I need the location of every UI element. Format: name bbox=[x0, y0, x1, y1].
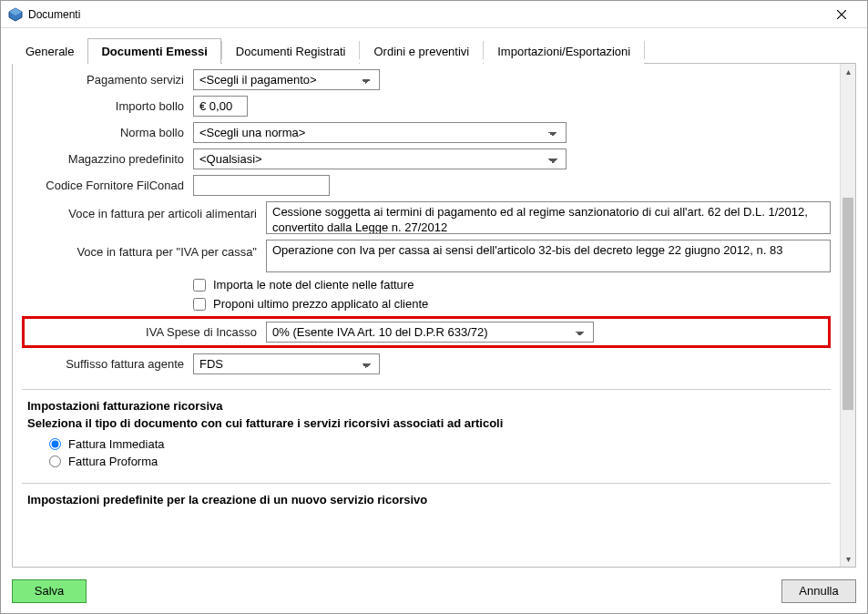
close-button[interactable] bbox=[823, 2, 860, 27]
textarea-voce-iva-cassa[interactable]: Operazione con Iva per cassa ai sensi de… bbox=[266, 240, 831, 272]
documents-window: Documenti Generale Documenti Emessi Docu… bbox=[0, 0, 868, 614]
label-magazzino-predefinito: Magazzino predefinito bbox=[22, 152, 193, 166]
label-pagamento-servizi: Pagamento servizi bbox=[22, 73, 193, 87]
tab-documenti-registrati[interactable]: Documenti Registrati bbox=[222, 38, 360, 64]
label-importa-note: Importa le note del cliente nelle fattur… bbox=[213, 278, 414, 292]
radio-fattura-immediata[interactable] bbox=[49, 438, 61, 450]
tab-bar: Generale Documenti Emessi Documenti Regi… bbox=[12, 37, 856, 64]
section-title-predefinite: Impostazioni predefinite per la creazion… bbox=[22, 493, 831, 507]
tab-importazioni[interactable]: Importazioni/Esportazioni bbox=[484, 38, 644, 64]
label-importo-bollo: Importo bollo bbox=[22, 99, 193, 113]
section-subtitle-ricorsiva: Seleziona il tipo di documento con cui f… bbox=[22, 416, 831, 430]
highlighted-iva-spese-incasso: IVA Spese di Incasso 0% (Esente IVA Art.… bbox=[22, 316, 831, 348]
textarea-voce-alimentari[interactable]: Cessione soggetta ai termini di pagament… bbox=[266, 201, 831, 234]
label-norma-bollo: Norma bollo bbox=[22, 126, 193, 139]
tab-ordini-preventivi[interactable]: Ordini e preventivi bbox=[360, 38, 483, 64]
save-button[interactable]: Salva bbox=[12, 579, 87, 603]
select-magazzino-predefinito[interactable]: <Qualsiasi> bbox=[193, 148, 567, 169]
tab-generale[interactable]: Generale bbox=[12, 38, 87, 64]
scroll-up-icon[interactable]: ▴ bbox=[841, 64, 855, 79]
select-iva-spese-incasso[interactable]: 0% (Esente IVA Art. 10 del D.P.R 633/72) bbox=[266, 322, 594, 343]
window-title: Documenti bbox=[28, 8, 823, 21]
select-suffisso-agente[interactable]: FDS bbox=[193, 353, 380, 374]
input-importo-bollo[interactable] bbox=[193, 96, 248, 117]
titlebar: Documenti bbox=[1, 1, 867, 28]
label-voce-alimentari: Voce in fattura per articoli alimentari bbox=[22, 201, 266, 220]
label-suffisso-agente: Suffisso fattura agente bbox=[22, 357, 193, 371]
footer: Salva Annulla bbox=[1, 568, 867, 613]
label-fattura-immediata: Fattura Immediata bbox=[68, 437, 165, 451]
label-fattura-proforma: Fattura Proforma bbox=[68, 455, 158, 468]
settings-pane: Pagamento servizi <Scegli il pagamento> … bbox=[13, 64, 840, 567]
vertical-scrollbar[interactable]: ▴ ▾ bbox=[840, 64, 855, 567]
app-icon bbox=[8, 7, 23, 22]
input-codice-filconad[interactable] bbox=[193, 175, 330, 196]
label-iva-spese-incasso: IVA Spese di Incasso bbox=[28, 325, 266, 339]
radio-fattura-proforma[interactable] bbox=[49, 455, 61, 467]
tab-documenti-emessi[interactable]: Documenti Emessi bbox=[87, 38, 220, 64]
section-title-ricorsiva: Impostazioni fatturazione ricorsiva bbox=[22, 399, 831, 413]
select-pagamento-servizi[interactable]: <Scegli il pagamento> bbox=[193, 69, 380, 90]
label-ultimo-prezzo: Proponi ultimo prezzo applicato al clien… bbox=[213, 297, 428, 311]
cancel-button[interactable]: Annulla bbox=[781, 579, 856, 603]
label-voce-iva-cassa: Voce in fattura per "IVA per cassa" bbox=[22, 240, 266, 259]
scroll-thumb[interactable] bbox=[842, 198, 853, 410]
checkbox-importa-note[interactable] bbox=[193, 279, 206, 292]
scroll-down-icon[interactable]: ▾ bbox=[841, 551, 855, 567]
checkbox-ultimo-prezzo[interactable] bbox=[193, 298, 206, 311]
select-norma-bollo[interactable]: <Scegli una norma> bbox=[193, 122, 567, 143]
label-codice-filconad: Codice Fornitore FilConad bbox=[22, 179, 193, 192]
